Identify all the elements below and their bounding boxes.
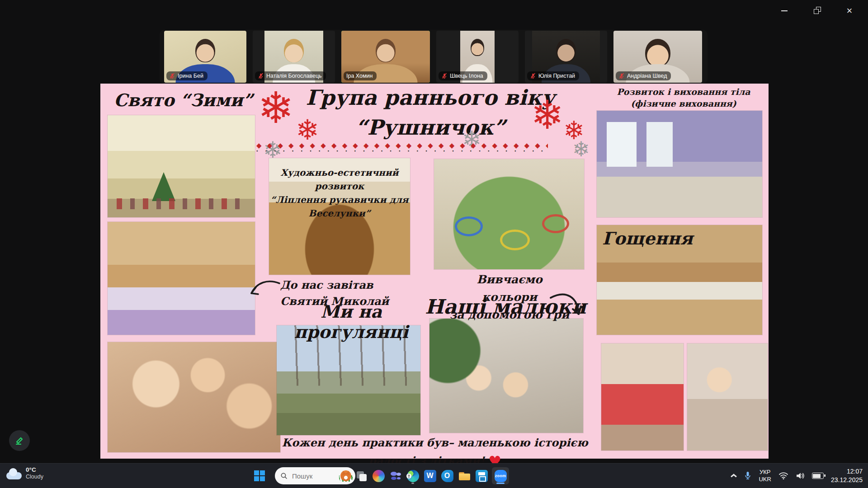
participant-strip: Ірина Бей Наталія Богославець Іра Хомин …: [160, 30, 708, 84]
search-icon: [280, 472, 288, 479]
main-title-line1: Група раннього віку: [295, 85, 566, 110]
caption-art-line2: “Ліплення рукавички для Веселунки”: [270, 194, 408, 219]
language-indicator[interactable]: УКР UKR: [759, 469, 771, 483]
participant-nameplate: Наталія Богославець: [255, 71, 326, 80]
search-fox-art: [339, 469, 353, 483]
embroidery-snowflake: ❄: [296, 116, 319, 144]
participant-nameplate: Ірина Бей: [166, 71, 208, 80]
language-line2: UKR: [759, 476, 771, 483]
zoom-app-icon: zoom: [495, 470, 507, 482]
date: 23.12.2025: [831, 476, 863, 484]
weather-condition: Cloudy: [26, 474, 43, 480]
printer-app-icon: [476, 470, 488, 482]
copilot-icon: [373, 470, 385, 482]
tray-microphone-icon[interactable]: [744, 471, 751, 480]
outlook-button[interactable]: O: [440, 467, 454, 484]
hoop-red: [542, 214, 569, 233]
participant-nameplate: Юлія Пристай: [527, 71, 579, 80]
caption-art-line1: Художньо-естетичний розвиток: [280, 167, 398, 192]
embroidery-snowflake: ❄: [572, 139, 590, 160]
search-input[interactable]: [291, 472, 335, 480]
tray-chevron-up-icon[interactable]: [731, 474, 737, 478]
curved-arrow-left-icon: [248, 279, 281, 300]
file-explorer-button[interactable]: [458, 467, 471, 484]
language-line1: УКР: [759, 469, 771, 476]
copilot-button[interactable]: [372, 467, 385, 484]
mic-muted-icon: [618, 73, 625, 79]
main-title-line2: “Рушничок”: [326, 115, 534, 140]
restore-button[interactable]: [807, 4, 827, 18]
pencil-icon: [14, 435, 25, 446]
weather-temperature: 0°C: [26, 466, 43, 473]
photo-color-game-hoops: [434, 159, 584, 269]
participant-nameplate: Андріана Швед: [616, 71, 671, 80]
participant-tile[interactable]: Юлія Пристай: [525, 31, 607, 83]
clock[interactable]: 12:07 23.12.2025: [831, 467, 863, 484]
outlook-icon: O: [441, 470, 453, 482]
zoom-wordmark: zoom: [495, 474, 506, 478]
participant-nameplate: Іра Хомин: [344, 71, 377, 80]
printer-app-button[interactable]: [475, 467, 488, 484]
time: 12:07: [831, 467, 863, 476]
children-figures: [117, 198, 246, 209]
embroidery-band: ◆ ◆ ◆ ◆ ◆ ◆ ◆ ◆ ◆ ◆ ◆ ◆ ◆ ◆ ◆ ◆ ◆ ◆ ◆ ◆ …: [256, 141, 548, 153]
footer-line1: Кожен день практики був– маленькою істор…: [282, 436, 588, 449]
edge-icon: [407, 470, 419, 482]
word-button[interactable]: W: [423, 467, 437, 484]
embroidery-snowflake: ❄: [531, 95, 564, 135]
heading-winter-holiday: Свято “Зими”: [114, 90, 253, 110]
weather-widget[interactable]: 0°C Cloudy: [6, 466, 43, 480]
cloud-icon: [6, 472, 22, 479]
volume-icon[interactable]: [796, 472, 805, 480]
participant-tile[interactable]: Ірина Бей: [164, 31, 246, 83]
photo-selfie-right-1: [601, 343, 684, 450]
participant-tile[interactable]: Наталія Богославець: [253, 31, 335, 83]
caption-art-activity: Художньо-естетичний розвиток “Ліплення р…: [269, 166, 410, 220]
shared-screen-presentation: Свято “Зими” Група раннього віку “Рушнич…: [100, 84, 769, 459]
search-box[interactable]: [275, 467, 355, 484]
hoop-blue: [455, 216, 483, 236]
file-explorer-icon: [458, 470, 471, 482]
zoom-active-indicator: [496, 483, 505, 484]
photo-our-toddlers-selfie: [429, 319, 583, 433]
heading-physical-line1: Розвиток і виховання тіла: [617, 87, 750, 97]
hoop-yellow: [500, 230, 530, 250]
participant-name: Ірина Бей: [178, 73, 203, 79]
minimize-button[interactable]: [774, 4, 795, 18]
battery-icon[interactable]: [812, 473, 824, 479]
teams-button[interactable]: [389, 467, 402, 484]
task-view-button[interactable]: [354, 467, 368, 484]
participant-name: Швець Ілона: [450, 73, 483, 79]
mic-muted-icon: [441, 73, 448, 79]
annotation-pencil-button[interactable]: [9, 430, 30, 451]
heading-feast: Гощення: [602, 228, 693, 249]
curved-arrow-right-icon: [547, 292, 582, 319]
taskbar: 0°C Cloudy W O zoom: [0, 463, 868, 488]
participant-tile-active-speaker[interactable]: Іра Хомин: [341, 31, 430, 83]
edge-profile-badge: [406, 474, 411, 479]
window-controls: ×: [774, 4, 860, 18]
photo-selfie-right-2: [687, 343, 768, 450]
taskbar-apps: W O zoom: [354, 467, 509, 484]
close-button[interactable]: ×: [839, 4, 860, 18]
heading-physical-development: Розвиток і виховання тіла (фізичне вихов…: [611, 86, 756, 109]
system-tray: УКР UKR 12:07 23.12.2025: [731, 464, 863, 488]
teams-icon: [390, 470, 402, 482]
mic-muted-icon: [258, 73, 264, 79]
edge-button[interactable]: [406, 467, 420, 484]
wifi-icon[interactable]: [778, 472, 788, 480]
participant-name: Андріана Швед: [627, 73, 667, 79]
start-button[interactable]: [254, 470, 265, 481]
participant-tile[interactable]: Андріана Швед: [613, 31, 702, 83]
zoom-app-button-active[interactable]: zoom: [492, 467, 509, 484]
restore-icon: [814, 8, 820, 14]
participant-nameplate: Швець Ілона: [439, 71, 487, 80]
mic-muted-icon: [530, 73, 536, 79]
participant-tile[interactable]: Швець Ілона: [436, 31, 519, 83]
minimize-icon: [781, 10, 788, 11]
participant-name: Наталія Богославець: [266, 73, 322, 79]
photo-gym-physical-education: [597, 111, 762, 217]
task-view-icon: [355, 470, 368, 482]
fox-icon: [340, 470, 351, 481]
photo-winter-party-christmas-tree: [108, 115, 255, 217]
